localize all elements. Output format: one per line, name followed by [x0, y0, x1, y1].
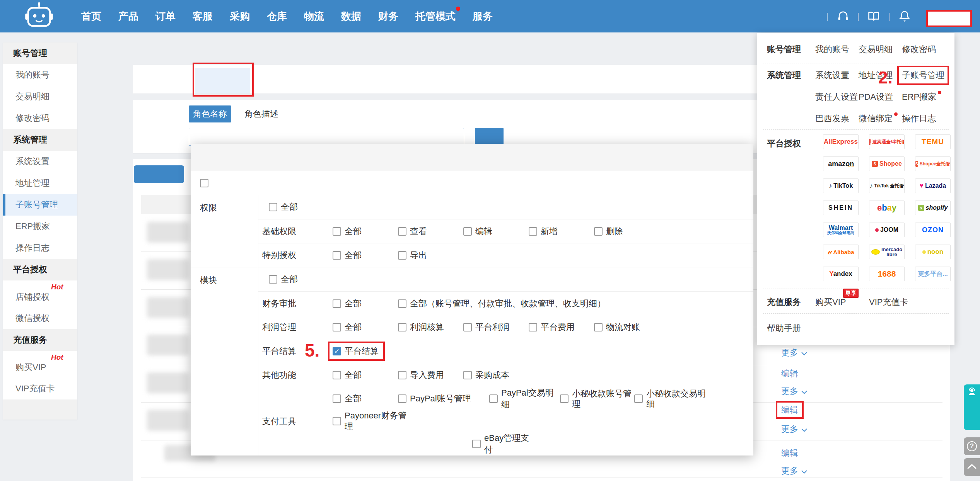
- nav-item-4[interactable]: 客服: [193, 10, 213, 23]
- permission-item-全部[interactable]: 全部: [269, 201, 334, 213]
- checkbox-unchecked[interactable]: [634, 394, 643, 403]
- nav-item-7[interactable]: 物流: [304, 10, 324, 23]
- checkbox-unchecked[interactable]: [398, 251, 406, 260]
- checkbox-unchecked[interactable]: [472, 440, 481, 448]
- checkbox-unchecked[interactable]: [269, 203, 277, 211]
- menu-item-子账号管理[interactable]: 子账号管理: [902, 70, 944, 81]
- platform-TikTok[interactable]: ♪TikTok: [823, 178, 859, 193]
- menu-item-VIP充值卡[interactable]: VIP充值卡: [869, 296, 908, 308]
- permission-item-导出[interactable]: 导出: [398, 250, 463, 261]
- platform-速卖通全/半托管[interactable]: ‿速卖通全/半托管: [869, 134, 905, 149]
- platform-TEMU[interactable]: TEMU: [915, 134, 951, 149]
- permission-item-全部[interactable]: 全部: [333, 369, 398, 381]
- bell-icon[interactable]: [899, 10, 910, 22]
- more-dropdown-link[interactable]: 更多: [781, 386, 807, 397]
- checkbox-unchecked[interactable]: [398, 227, 406, 236]
- checkbox-unchecked[interactable]: [463, 227, 472, 236]
- platform-noon[interactable]: noon: [915, 245, 951, 259]
- checkbox-unchecked[interactable]: [398, 394, 406, 403]
- checkbox-unchecked[interactable]: [333, 251, 341, 260]
- permission-item-导入费用[interactable]: 导入费用: [398, 369, 463, 381]
- sidebar-item-子账号管理[interactable]: 子账号管理: [3, 194, 77, 216]
- scroll-top-button[interactable]: [964, 458, 980, 476]
- sidebar-item-修改密码[interactable]: 修改密码: [3, 107, 77, 129]
- sidebar-item-VIP充值卡[interactable]: VIP充值卡: [3, 378, 77, 399]
- checkbox-unchecked[interactable]: [489, 394, 498, 403]
- search-type-角色描述[interactable]: 角色描述: [244, 105, 278, 122]
- menu-item-操作日志[interactable]: 操作日志: [902, 113, 936, 124]
- platform-shopify[interactable]: sshopify: [915, 201, 951, 215]
- permission-item-利润核算[interactable]: 利润核算: [398, 321, 463, 333]
- sidebar-item-交易明细[interactable]: 交易明细: [3, 86, 77, 107]
- nav-item-5[interactable]: 采购: [230, 10, 250, 23]
- checkbox-unchecked[interactable]: [529, 323, 537, 331]
- menu-item-修改密码[interactable]: 修改密码: [902, 44, 936, 55]
- checkbox-unchecked[interactable]: [529, 227, 537, 236]
- menu-item-微信绑定[interactable]: 微信绑定: [859, 113, 898, 124]
- platform-OZON[interactable]: OZON: [915, 223, 951, 237]
- permission-item-PayPal账号管理[interactable]: PayPal账号管理: [398, 393, 489, 405]
- menu-help-manual[interactable]: 帮助手册: [767, 323, 801, 334]
- sidebar-item-我的账号[interactable]: 我的账号: [3, 64, 77, 86]
- sidebar-help-link[interactable]: [3, 399, 77, 420]
- more-dropdown-link[interactable]: 更多: [781, 423, 807, 435]
- platform-amazon[interactable]: amazon‿: [823, 156, 859, 171]
- checkbox-unchecked[interactable]: [333, 299, 341, 308]
- permission-item-编辑[interactable]: 编辑: [463, 226, 529, 237]
- permission-item-物流对账[interactable]: 物流对账: [594, 321, 659, 333]
- permission-item-小秘收款账号管理[interactable]: 小秘收款账号管理: [560, 388, 634, 410]
- platform-TikTok 全托管[interactable]: ♪TikTok 全托管: [869, 178, 905, 193]
- select-all-checkbox-item[interactable]: [200, 179, 212, 187]
- nav-item-3[interactable]: 订单: [155, 10, 176, 23]
- search-input[interactable]: [189, 128, 464, 146]
- checkbox-unchecked[interactable]: [269, 275, 277, 284]
- menu-item-交易明细[interactable]: 交易明细: [859, 44, 893, 55]
- edit-link[interactable]: 编辑: [781, 368, 798, 379]
- sidebar-item-购买VIP[interactable]: 购买VIPHot: [3, 351, 77, 378]
- nav-item-1[interactable]: 首页: [81, 10, 101, 23]
- nav-item-11[interactable]: 服务: [473, 10, 493, 23]
- customer-service-button[interactable]: [964, 384, 980, 430]
- sidebar-item-店铺授权[interactable]: 店铺授权Hot: [3, 280, 77, 308]
- checkbox-unchecked[interactable]: [333, 323, 341, 331]
- permission-item-全部[interactable]: 全部: [333, 321, 398, 333]
- sidebar-item-地址管理[interactable]: 地址管理: [3, 172, 77, 194]
- sidebar-item-ERP搬家[interactable]: ERP搬家: [3, 216, 77, 237]
- more-dropdown-link[interactable]: 更多: [781, 465, 807, 477]
- checkbox-unchecked[interactable]: [594, 323, 603, 331]
- permission-item-查看[interactable]: 查看: [398, 226, 463, 237]
- permission-item-小秘收款交易明细[interactable]: 小秘收款交易明细: [634, 388, 709, 410]
- permission-item-删除[interactable]: 删除: [594, 226, 659, 237]
- menu-item-购买VIP[interactable]: 购买VIP: [815, 296, 846, 308]
- permission-item-全部（账号管理、付款审批、收款管理、收支明细）[interactable]: 全部（账号管理、付款审批、收款管理、收支明细）: [398, 298, 606, 309]
- permission-item-平台利润[interactable]: 平台利润: [463, 321, 529, 333]
- checkbox-unchecked[interactable]: [594, 227, 603, 236]
- checkbox-unchecked[interactable]: [463, 323, 472, 331]
- nav-item-10[interactable]: 托管模式: [415, 10, 456, 23]
- permission-item-全部[interactable]: 全部: [333, 393, 398, 405]
- menu-item-我的账号[interactable]: 我的账号: [815, 44, 849, 55]
- permission-item-全部[interactable]: 全部: [333, 226, 398, 237]
- checkbox-unchecked[interactable]: [398, 323, 406, 331]
- book-icon[interactable]: [868, 10, 879, 22]
- platform-Lazada[interactable]: ♥Lazada: [915, 178, 951, 193]
- tab-role-management[interactable]: [195, 68, 250, 93]
- search-type-角色名称[interactable]: 角色名称: [189, 105, 231, 122]
- more-dropdown-link[interactable]: 更多: [781, 347, 807, 359]
- platform-Yandex[interactable]: Yandex: [823, 267, 859, 281]
- platform-SHEIN[interactable]: SHEIN: [823, 201, 859, 215]
- platform-Walmart[interactable]: Walmart沃尔玛全球电商: [823, 223, 859, 237]
- platform-Shopee[interactable]: SShopee: [869, 156, 905, 171]
- sidebar-item-系统设置[interactable]: 系统设置: [3, 151, 77, 172]
- permission-item-全部[interactable]: 全部: [333, 250, 398, 261]
- checkbox-unchecked[interactable]: [333, 417, 341, 425]
- nav-item-9[interactable]: 财务: [378, 10, 398, 23]
- edit-link[interactable]: 编辑: [781, 447, 798, 459]
- nav-item-2[interactable]: 产品: [118, 10, 138, 23]
- help-button[interactable]: ?: [964, 437, 980, 455]
- checkbox-unchecked[interactable]: [463, 371, 472, 379]
- platform-Alibaba[interactable]: ℯAlibaba: [823, 245, 859, 259]
- headset-icon[interactable]: [837, 10, 849, 22]
- nav-item-6[interactable]: 仓库: [267, 10, 287, 23]
- platform-AliExpress[interactable]: AliExpress: [823, 134, 859, 149]
